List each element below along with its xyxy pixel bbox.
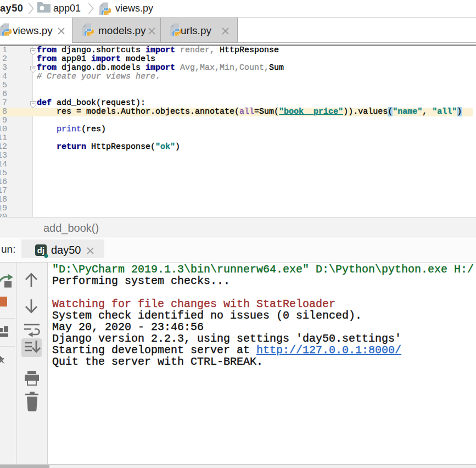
svg-text:dj: dj [37, 246, 44, 255]
